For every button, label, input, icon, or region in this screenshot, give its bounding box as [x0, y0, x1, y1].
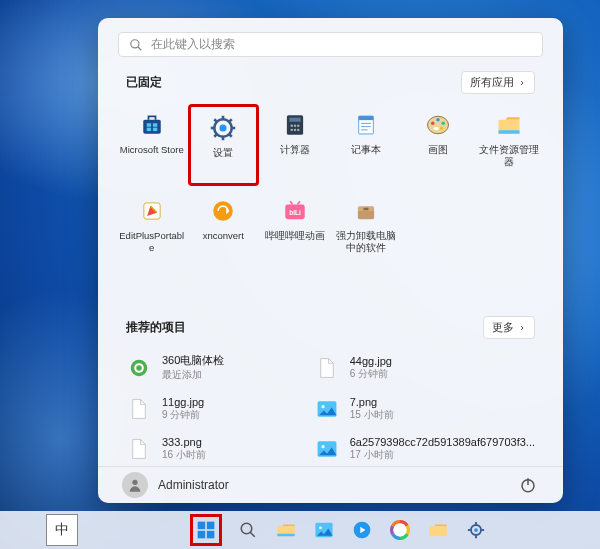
- svg-text:biLi: biLi: [289, 209, 301, 216]
- pinned-app-notepad[interactable]: 记事本: [331, 104, 403, 180]
- svg-point-31: [431, 122, 435, 126]
- taskbar-photos-button[interactable]: [312, 518, 336, 542]
- svg-point-67: [319, 526, 322, 529]
- svg-line-13: [215, 120, 218, 123]
- 360-icon: [126, 355, 152, 381]
- notepad-icon: [351, 110, 381, 140]
- app-label: 设置: [213, 147, 233, 158]
- svg-point-0: [131, 39, 139, 47]
- file-icon: [126, 436, 152, 462]
- svg-point-33: [441, 122, 445, 126]
- start-menu-footer: Administrator: [98, 466, 563, 503]
- pinned-app-explorer[interactable]: 文件资源管理器: [474, 104, 546, 180]
- taskbar-folder-button[interactable]: [426, 518, 450, 542]
- reco-name: 333.png: [162, 436, 206, 448]
- search-placeholder: 在此键入以搜索: [151, 36, 235, 53]
- circle-rainbow-icon: [390, 520, 410, 540]
- svg-rect-65: [277, 534, 295, 537]
- recommended-grid: 360电脑体检最近添加 44gg.jpg6 分钟前 11gg.jpg9 分钟前 …: [126, 349, 535, 466]
- pinned-app-calculator[interactable]: 计算器: [259, 104, 331, 180]
- recommended-item[interactable]: 7.png15 小时前: [314, 392, 535, 426]
- start-icon: [196, 520, 216, 540]
- svg-point-8: [220, 125, 227, 132]
- pinned-app-xnconvert[interactable]: xnconvert: [188, 190, 260, 266]
- search-icon: [129, 38, 143, 52]
- more-button[interactable]: 更多: [483, 316, 535, 339]
- taskbar-app-blue[interactable]: [350, 518, 374, 542]
- image-icon: [314, 396, 340, 422]
- svg-point-23: [294, 129, 296, 131]
- reco-meta: 最近添加: [162, 368, 224, 382]
- search-input[interactable]: 在此键入以搜索: [118, 32, 543, 57]
- pinned-section-header: 已固定 所有应用: [126, 71, 535, 94]
- search-tb-icon: [239, 521, 257, 539]
- recommended-item[interactable]: 333.png16 小时前: [126, 432, 304, 466]
- bilibili-icon: biLi: [280, 196, 310, 226]
- app-label: 计算器: [280, 144, 310, 155]
- svg-rect-58: [198, 522, 206, 530]
- recommended-title: 推荐的项目: [126, 319, 186, 336]
- recommended-item[interactable]: 360电脑体检最近添加: [126, 349, 304, 386]
- pinned-app-microsoft-store[interactable]: Microsoft Store: [116, 104, 188, 180]
- more-label: 更多: [492, 320, 514, 335]
- taskbar-settings-button[interactable]: [464, 518, 488, 542]
- svg-point-21: [297, 125, 299, 127]
- svg-rect-4: [153, 124, 157, 128]
- app-label: 画图: [428, 144, 448, 155]
- pinned-app-paint[interactable]: 画图: [402, 104, 474, 180]
- circle-blue-icon: [352, 520, 372, 540]
- store-icon: [137, 110, 167, 140]
- taskbar-app-rainbow[interactable]: [388, 518, 412, 542]
- settings-icon: [208, 113, 238, 143]
- reco-name: 44gg.jpg: [350, 355, 392, 367]
- power-button[interactable]: [517, 474, 539, 496]
- svg-line-1: [138, 46, 142, 50]
- desktop-wallpaper: 在此键入以搜索 已固定 所有应用 Microsoft Store: [0, 0, 600, 549]
- recommended-item[interactable]: 11gg.jpg9 分钟前: [126, 392, 304, 426]
- pinned-app-editplus[interactable]: EditPlusPortable: [116, 190, 188, 266]
- recommended-item[interactable]: 6a2579398cc72d591389af679703f3...17 小时前: [314, 432, 535, 466]
- pinned-title: 已固定: [126, 74, 162, 91]
- chevron-right-icon: [518, 322, 526, 334]
- app-label: 记事本: [351, 144, 381, 155]
- recommended-section-header: 推荐的项目 更多: [126, 316, 535, 339]
- app-label: 文件资源管理器: [475, 144, 543, 167]
- recommended-item[interactable]: 44gg.jpg6 分钟前: [314, 349, 535, 386]
- reco-meta: 9 分钟前: [162, 408, 204, 422]
- explorer-icon: [494, 110, 524, 140]
- svg-rect-47: [364, 208, 369, 210]
- uninstall-icon: [351, 196, 381, 226]
- pinned-app-uninstall[interactable]: 强力卸载电脑中的软件: [331, 190, 403, 266]
- avatar-icon: [122, 472, 148, 498]
- explorer-tb-icon: [276, 521, 296, 539]
- svg-point-52: [321, 405, 324, 408]
- folder-icon: [428, 521, 448, 539]
- pinned-app-bilibili[interactable]: biLi 哔哩哔哩动画: [259, 190, 331, 266]
- svg-point-62: [241, 523, 252, 534]
- all-apps-button[interactable]: 所有应用: [461, 71, 535, 94]
- svg-line-63: [250, 532, 255, 537]
- svg-rect-6: [153, 128, 157, 132]
- app-label: 哔哩哔哩动画: [265, 230, 325, 241]
- photos-tb-icon: [314, 521, 334, 539]
- start-menu-panel: 在此键入以搜索 已固定 所有应用 Microsoft Store: [98, 18, 563, 503]
- app-label: EditPlusPortable: [118, 230, 186, 253]
- svg-rect-61: [207, 531, 215, 539]
- svg-rect-60: [198, 531, 206, 539]
- pinned-app-settings[interactable]: 设置: [188, 104, 260, 186]
- svg-rect-2: [143, 120, 161, 134]
- taskbar-explorer-button[interactable]: [274, 518, 298, 542]
- taskbar-start-button[interactable]: [190, 514, 222, 546]
- taskbar-search-button[interactable]: [236, 518, 260, 542]
- ime-label: 中: [55, 521, 69, 539]
- ime-indicator[interactable]: 中: [46, 514, 78, 546]
- app-label: Microsoft Store: [120, 144, 184, 155]
- svg-point-32: [436, 118, 440, 122]
- svg-point-55: [132, 480, 137, 485]
- file-icon: [314, 355, 340, 381]
- chevron-right-icon: [518, 77, 526, 89]
- pinned-grid: Microsoft Store 设置 计算器 记事本: [116, 104, 545, 266]
- all-apps-label: 所有应用: [470, 75, 514, 90]
- user-account-button[interactable]: Administrator: [122, 472, 229, 498]
- svg-rect-5: [147, 128, 151, 132]
